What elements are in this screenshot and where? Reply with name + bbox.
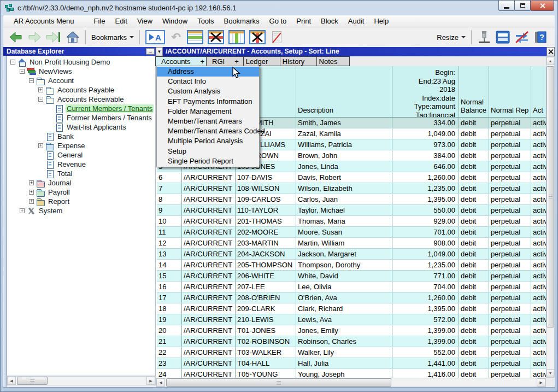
help-button[interactable]: ?: [532, 29, 549, 45]
cell-path[interactable]: /AR/CURRENT: [182, 183, 236, 194]
cell-normal-rep[interactable]: perpetual: [489, 172, 531, 183]
cell-normal-balance[interactable]: debit: [459, 150, 489, 161]
tab[interactable]: Ledger: [243, 56, 280, 66]
cell-path[interactable]: /AR/CURRENT: [182, 292, 236, 303]
cell-line-number[interactable]: 22: [157, 347, 182, 358]
cell-line-number[interactable]: 24: [157, 369, 182, 378]
cell-active[interactable]: active: [531, 358, 546, 368]
cell-amount[interactable]: 973.00: [392, 139, 459, 150]
explorer-hscrollbar[interactable]: ◀ ▶: [7, 376, 156, 385]
cell-normal-rep[interactable]: perpetual: [489, 282, 531, 292]
cell-amount[interactable]: 552.00: [392, 347, 459, 358]
cell-description[interactable]: Hall, Julia: [296, 358, 392, 368]
cell-normal-rep[interactable]: perpetual: [489, 150, 531, 161]
cell-normal-rep[interactable]: perpetual: [489, 325, 531, 336]
context-menu-item[interactable]: Setup: [157, 147, 259, 156]
cell-active[interactable]: active: [531, 172, 546, 183]
tree-item[interactable]: + System: [7, 206, 155, 215]
tab[interactable]: Accounts +: [155, 56, 207, 66]
menubar-item[interactable]: Bookmarks: [219, 16, 264, 26]
table-row[interactable]: 14 /AR/CURRENT 205-THOMPSON Thompson, Do…: [157, 260, 546, 271]
tree-item[interactable]: Revenue: [7, 160, 155, 169]
cell-account-id[interactable]: 107-DAVIS: [236, 172, 296, 183]
cell-account-id[interactable]: 108-WILSON: [236, 183, 296, 194]
cell-active[interactable]: active: [531, 118, 546, 128]
cell-active[interactable]: active: [531, 183, 546, 194]
cell-amount[interactable]: 1,260.00: [392, 292, 459, 303]
cell-normal-rep[interactable]: perpetual: [489, 205, 531, 215]
context-menu-item[interactable]: Contact Info: [157, 77, 259, 86]
cell-path[interactable]: /AR/CURRENT: [182, 271, 236, 281]
table-row[interactable]: 16 /AR/CURRENT 207-LEE Lee, Olivia 704.0…: [157, 282, 546, 292]
cell-account-id[interactable]: 205-THOMPSON: [236, 260, 296, 270]
context-menu-item[interactable]: Member/Tenant Arrears Coded: [157, 126, 259, 136]
menubar-item[interactable]: AR Accounts Menu: [9, 16, 79, 26]
menubar-item[interactable]: Audit: [343, 16, 369, 26]
cell-active[interactable]: active: [531, 271, 546, 281]
tab[interactable]: RGI +: [206, 56, 244, 66]
tree-item[interactable]: Former Members / Tenants: [7, 113, 155, 122]
tree-item[interactable]: + Accounts Payable: [7, 85, 155, 95]
cell-active[interactable]: active: [531, 238, 546, 248]
delete-column-button[interactable]: [248, 29, 267, 45]
cell-description[interactable]: Lewis, Ava: [296, 314, 392, 325]
cell-amount[interactable]: 334.00: [392, 118, 459, 128]
cell-active[interactable]: active: [531, 336, 546, 347]
cell-amount[interactable]: 572.00: [392, 314, 459, 325]
tree-item[interactable]: − NewViews: [7, 67, 155, 76]
tree-item[interactable]: + Journal: [7, 178, 155, 188]
cell-active[interactable]: active: [531, 369, 546, 378]
cell-normal-rep[interactable]: perpetual: [489, 118, 531, 128]
print-block-button[interactable]: [268, 29, 285, 45]
delete-row-button[interactable]: [206, 29, 226, 45]
table-row[interactable]: 20 /AR/CURRENT T01-JONES Jones, Emily 1,…: [157, 325, 546, 336]
cell-amount[interactable]: 1,395.00: [392, 194, 459, 204]
cell-line-number[interactable]: 7: [157, 183, 182, 194]
cell-normal-rep[interactable]: perpetual: [489, 271, 531, 281]
cell-active[interactable]: active: [531, 303, 546, 314]
tree-item[interactable]: Total: [7, 169, 155, 178]
table-row[interactable]: 11 /AR/CURRENT 202-MOORE Moore, Susan 70…: [157, 227, 546, 238]
cell-amount[interactable]: 908.00: [392, 238, 459, 248]
context-menu-item[interactable]: Member/Tenant Arrears: [157, 116, 259, 126]
scroll-right-arrow[interactable]: ▶: [537, 378, 545, 387]
cell-normal-rep[interactable]: perpetual: [489, 336, 531, 347]
cell-account-id[interactable]: 110-TAYLOR: [236, 205, 296, 215]
cell-normal-balance[interactable]: debit: [459, 336, 489, 347]
cell-account-id[interactable]: 202-MOORE: [236, 227, 296, 237]
cell-path[interactable]: /AR/CURRENT: [182, 172, 236, 183]
cell-normal-balance[interactable]: debit: [459, 260, 489, 270]
tree-item[interactable]: Bank: [7, 132, 155, 141]
tree-item[interactable]: − Non Profit Housing Demo: [7, 57, 155, 67]
bookmarks-dropdown[interactable]: Bookmarks: [90, 29, 136, 45]
cell-line-number[interactable]: 15: [157, 271, 182, 281]
cell-description[interactable]: Moore, Susan: [296, 227, 392, 237]
cell-path[interactable]: /AR/CURRENT: [182, 205, 236, 215]
cell-amount[interactable]: 1,399.00: [392, 325, 459, 336]
insert-column-button[interactable]: [227, 29, 246, 45]
tree-expander[interactable]: +: [38, 143, 43, 148]
context-menu-item[interactable]: Custom Analysis: [157, 86, 259, 96]
cell-line-number[interactable]: 14: [157, 260, 182, 270]
table-vscrollbar[interactable]: ▲ ▼: [546, 56, 555, 378]
cell-description[interactable]: Walker, Lily: [296, 347, 392, 358]
tree-expander[interactable]: −: [10, 60, 15, 65]
cell-normal-rep[interactable]: perpetual: [489, 216, 531, 226]
cell-path[interactable]: /AR/CURRENT: [182, 260, 236, 270]
cell-path[interactable]: /AR/CURRENT: [182, 314, 236, 325]
scrollbar-thumb[interactable]: [166, 378, 391, 387]
context-menu-item[interactable]: Multiple Period Analysis: [157, 136, 259, 146]
cell-normal-rep[interactable]: perpetual: [489, 183, 531, 194]
cell-description[interactable]: Martin, William: [296, 238, 392, 248]
context-menu-item[interactable]: Address: [157, 67, 259, 77]
cell-description[interactable]: Wilson, Elizabeth: [296, 183, 392, 194]
cell-line-number[interactable]: 20: [157, 325, 182, 336]
table-row[interactable]: 12 /AR/CURRENT 203-MARTIN Martin, Willia…: [157, 238, 546, 249]
cell-amount[interactable]: 1,049.00: [392, 128, 459, 139]
cell-amount[interactable]: 929.00: [392, 216, 459, 226]
tree-item[interactable]: Current Members / Tenants: [7, 104, 155, 113]
cell-description[interactable]: White, David: [296, 271, 392, 281]
table-row[interactable]: 10 /AR/CURRENT 201-THOMAS Thomas, Maria …: [157, 216, 546, 227]
tree-expander[interactable]: +: [38, 87, 43, 92]
cell-description[interactable]: Davis, Robert: [296, 172, 392, 183]
